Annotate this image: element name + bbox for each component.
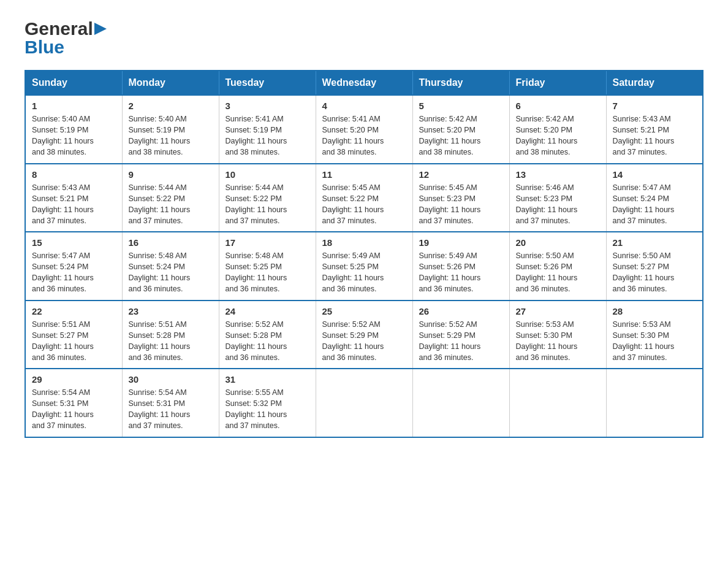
logo: General Blue [25,18,108,58]
calendar-cell [606,369,703,437]
calendar-cell: 29 Sunrise: 5:54 AMSunset: 5:31 PMDaylig… [25,369,122,437]
header-tuesday: Tuesday [219,71,316,95]
calendar-cell: 6 Sunrise: 5:42 AMSunset: 5:20 PMDayligh… [509,95,606,164]
day-info: Sunrise: 5:52 AMSunset: 5:28 PMDaylight:… [226,319,309,364]
logo-arrow-icon [94,23,107,35]
day-info: Sunrise: 5:54 AMSunset: 5:31 PMDaylight:… [129,387,213,432]
calendar-cell: 24 Sunrise: 5:52 AMSunset: 5:28 PMDaylig… [219,301,316,369]
day-number: 29 [32,374,116,385]
day-number: 15 [32,237,116,248]
day-number: 2 [129,101,213,111]
day-number: 6 [516,101,600,111]
calendar-cell: 12 Sunrise: 5:45 AMSunset: 5:23 PMDaylig… [412,164,509,232]
day-info: Sunrise: 5:45 AMSunset: 5:23 PMDaylight:… [419,182,503,227]
day-number: 27 [516,306,600,316]
day-number: 31 [226,374,309,385]
calendar-cell: 28 Sunrise: 5:53 AMSunset: 5:30 PMDaylig… [606,301,703,369]
day-number: 13 [516,169,600,180]
calendar-cell: 3 Sunrise: 5:41 AMSunset: 5:19 PMDayligh… [219,95,316,164]
calendar-cell: 15 Sunrise: 5:47 AMSunset: 5:24 PMDaylig… [25,232,122,301]
header-wednesday: Wednesday [316,71,412,95]
day-info: Sunrise: 5:42 AMSunset: 5:20 PMDaylight:… [419,113,503,158]
week-row-4: 22 Sunrise: 5:51 AMSunset: 5:27 PMDaylig… [25,301,703,369]
calendar-cell: 7 Sunrise: 5:43 AMSunset: 5:21 PMDayligh… [606,95,703,164]
day-number: 22 [32,306,116,316]
calendar-cell: 13 Sunrise: 5:46 AMSunset: 5:23 PMDaylig… [509,164,606,232]
day-number: 30 [129,374,213,385]
day-info: Sunrise: 5:48 AMSunset: 5:24 PMDaylight:… [129,250,213,295]
calendar-cell: 21 Sunrise: 5:50 AMSunset: 5:27 PMDaylig… [606,232,703,301]
calendar-cell: 23 Sunrise: 5:51 AMSunset: 5:28 PMDaylig… [122,301,219,369]
calendar-cell: 5 Sunrise: 5:42 AMSunset: 5:20 PMDayligh… [412,95,509,164]
day-info: Sunrise: 5:43 AMSunset: 5:21 PMDaylight:… [32,182,116,227]
calendar-cell: 11 Sunrise: 5:45 AMSunset: 5:22 PMDaylig… [316,164,412,232]
calendar-cell: 27 Sunrise: 5:53 AMSunset: 5:30 PMDaylig… [509,301,606,369]
day-number: 21 [613,237,697,248]
day-number: 1 [32,101,116,111]
day-number: 9 [129,169,213,180]
calendar-cell: 17 Sunrise: 5:48 AMSunset: 5:25 PMDaylig… [219,232,316,301]
day-number: 5 [419,101,503,111]
day-number: 14 [613,169,697,180]
svg-marker-0 [94,23,107,35]
day-info: Sunrise: 5:42 AMSunset: 5:20 PMDaylight:… [516,113,600,158]
calendar-cell [412,369,509,437]
calendar-cell: 19 Sunrise: 5:49 AMSunset: 5:26 PMDaylig… [412,232,509,301]
calendar-cell: 16 Sunrise: 5:48 AMSunset: 5:24 PMDaylig… [122,232,219,301]
calendar-header-row: SundayMondayTuesdayWednesdayThursdayFrid… [25,71,703,95]
day-info: Sunrise: 5:47 AMSunset: 5:24 PMDaylight:… [32,250,116,295]
calendar-table: SundayMondayTuesdayWednesdayThursdayFrid… [25,70,703,438]
day-number: 16 [129,237,213,248]
calendar-cell: 9 Sunrise: 5:44 AMSunset: 5:22 PMDayligh… [122,164,219,232]
calendar-cell: 26 Sunrise: 5:52 AMSunset: 5:29 PMDaylig… [412,301,509,369]
day-info: Sunrise: 5:43 AMSunset: 5:21 PMDaylight:… [613,113,697,158]
day-number: 24 [226,306,309,316]
day-info: Sunrise: 5:46 AMSunset: 5:23 PMDaylight:… [516,182,600,227]
week-row-5: 29 Sunrise: 5:54 AMSunset: 5:31 PMDaylig… [25,369,703,437]
week-row-1: 1 Sunrise: 5:40 AMSunset: 5:19 PMDayligh… [25,95,703,164]
day-info: Sunrise: 5:44 AMSunset: 5:22 PMDaylight:… [226,182,309,227]
day-info: Sunrise: 5:52 AMSunset: 5:29 PMDaylight:… [419,319,503,364]
calendar-cell: 14 Sunrise: 5:47 AMSunset: 5:24 PMDaylig… [606,164,703,232]
day-info: Sunrise: 5:40 AMSunset: 5:19 PMDaylight:… [129,113,213,158]
header-sunday: Sunday [25,71,122,95]
day-info: Sunrise: 5:49 AMSunset: 5:26 PMDaylight:… [419,250,503,295]
day-info: Sunrise: 5:40 AMSunset: 5:19 PMDaylight:… [32,113,116,158]
day-number: 11 [322,169,406,180]
calendar-cell: 20 Sunrise: 5:50 AMSunset: 5:26 PMDaylig… [509,232,606,301]
day-number: 26 [419,306,503,316]
header-thursday: Thursday [412,71,509,95]
day-info: Sunrise: 5:51 AMSunset: 5:28 PMDaylight:… [129,319,213,364]
header-saturday: Saturday [606,71,703,95]
day-info: Sunrise: 5:50 AMSunset: 5:26 PMDaylight:… [516,250,600,295]
calendar-cell: 4 Sunrise: 5:41 AMSunset: 5:20 PMDayligh… [316,95,412,164]
day-info: Sunrise: 5:48 AMSunset: 5:25 PMDaylight:… [226,250,309,295]
calendar-cell: 10 Sunrise: 5:44 AMSunset: 5:22 PMDaylig… [219,164,316,232]
day-info: Sunrise: 5:50 AMSunset: 5:27 PMDaylight:… [613,250,697,295]
day-number: 28 [613,306,697,316]
day-info: Sunrise: 5:55 AMSunset: 5:32 PMDaylight:… [226,387,309,432]
calendar-cell: 2 Sunrise: 5:40 AMSunset: 5:19 PMDayligh… [122,95,219,164]
header-monday: Monday [122,71,219,95]
day-info: Sunrise: 5:53 AMSunset: 5:30 PMDaylight:… [516,319,600,364]
day-info: Sunrise: 5:45 AMSunset: 5:22 PMDaylight:… [322,182,406,227]
day-info: Sunrise: 5:52 AMSunset: 5:29 PMDaylight:… [322,319,406,364]
header-friday: Friday [509,71,606,95]
day-info: Sunrise: 5:47 AMSunset: 5:24 PMDaylight:… [613,182,697,227]
calendar-cell: 25 Sunrise: 5:52 AMSunset: 5:29 PMDaylig… [316,301,412,369]
day-info: Sunrise: 5:51 AMSunset: 5:27 PMDaylight:… [32,319,116,364]
calendar-cell [316,369,412,437]
calendar-cell: 30 Sunrise: 5:54 AMSunset: 5:31 PMDaylig… [122,369,219,437]
day-info: Sunrise: 5:54 AMSunset: 5:31 PMDaylight:… [32,387,116,432]
calendar-cell: 31 Sunrise: 5:55 AMSunset: 5:32 PMDaylig… [219,369,316,437]
day-number: 19 [419,237,503,248]
calendar-cell: 8 Sunrise: 5:43 AMSunset: 5:21 PMDayligh… [25,164,122,232]
day-info: Sunrise: 5:53 AMSunset: 5:30 PMDaylight:… [613,319,697,364]
day-number: 3 [226,101,309,111]
calendar-cell: 22 Sunrise: 5:51 AMSunset: 5:27 PMDaylig… [25,301,122,369]
day-info: Sunrise: 5:49 AMSunset: 5:25 PMDaylight:… [322,250,406,295]
day-number: 23 [129,306,213,316]
day-number: 8 [32,169,116,180]
day-number: 7 [613,101,697,111]
day-number: 25 [322,306,406,316]
